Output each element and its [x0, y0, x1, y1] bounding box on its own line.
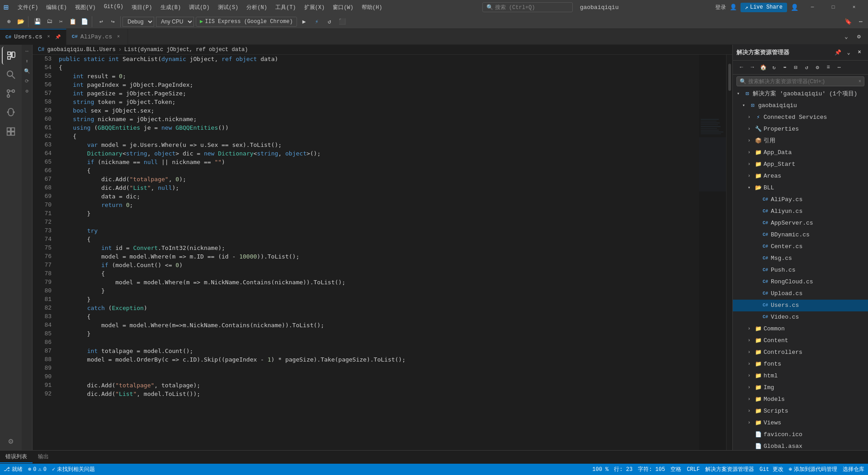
- undo-button[interactable]: ↩: [96, 16, 107, 27]
- folder-item[interactable]: › 📁 Img: [733, 382, 868, 394]
- status-spaces[interactable]: 空格: [670, 466, 681, 473]
- se-filter-button[interactable]: ≡: [823, 62, 833, 72]
- more-options-button[interactable]: ⋯: [855, 16, 866, 27]
- login-button[interactable]: 登录: [715, 4, 726, 11]
- tab-pin-icon[interactable]: 📌: [55, 34, 61, 40]
- tab-close-users[interactable]: ×: [45, 33, 52, 41]
- se-status-tab[interactable]: 解决方案资源管理器: [705, 466, 754, 473]
- status-branch[interactable]: ⎇ 就绪: [4, 466, 23, 473]
- status-zoom[interactable]: 100 %: [592, 466, 609, 473]
- app-start-item[interactable]: › 📁 App_Start: [733, 159, 868, 170]
- git-button[interactable]: [2, 85, 20, 103]
- git-changes-tab[interactable]: Git 更改: [760, 466, 783, 473]
- cpu-config-select[interactable]: Any CPU: [156, 17, 194, 27]
- folder-item[interactable]: › 📁 Common: [733, 323, 868, 335]
- se-home-button[interactable]: 🏠: [758, 62, 768, 72]
- menu-project[interactable]: 项目(P): [128, 2, 156, 13]
- bll-file-item[interactable]: C# Users.cs: [733, 300, 868, 311]
- se-pin-button[interactable]: 📌: [833, 47, 843, 57]
- folder-item[interactable]: › 📁 Models: [733, 394, 868, 405]
- search-button[interactable]: [2, 66, 20, 84]
- add-to-repo-button[interactable]: ⊕ 添加到源代码管理: [789, 466, 837, 473]
- breadcrumb-method[interactable]: List(dynamic jObject, ref object data): [124, 47, 248, 53]
- copy-button[interactable]: 📋: [67, 16, 78, 27]
- menu-window[interactable]: 窗口(W): [329, 2, 357, 13]
- new-project-button[interactable]: ⊕: [4, 16, 14, 27]
- restart-button[interactable]: ↺: [324, 16, 335, 27]
- se-refresh-button[interactable]: ↺: [802, 62, 811, 72]
- folder-item[interactable]: › 📁 Controllers: [733, 347, 868, 358]
- vt-btn-3[interactable]: 🔍: [23, 66, 32, 75]
- tab-users-cs[interactable]: C# Users.cs × 📌: [0, 29, 66, 45]
- project-root[interactable]: ▾ ⊡ gaobaiqiqiu: [733, 100, 868, 112]
- se-chevron-button[interactable]: ⌄: [844, 47, 854, 57]
- folder-item[interactable]: › 📁 fonts: [733, 358, 868, 370]
- save-button[interactable]: 💾: [32, 16, 43, 27]
- settings-button[interactable]: ⚙: [2, 432, 20, 450]
- se-close-button[interactable]: ×: [854, 47, 864, 57]
- menu-build[interactable]: 生成(B): [157, 2, 185, 13]
- bll-file-item[interactable]: C# Center.cs: [733, 241, 868, 253]
- bll-file-item[interactable]: C# Aliyun.cs: [733, 206, 868, 217]
- status-errors[interactable]: ⊗ 0 ⚠ 0: [28, 466, 47, 473]
- vt-btn-4[interactable]: ⟳: [23, 76, 32, 85]
- hot-reload-button[interactable]: ⚡: [311, 16, 322, 27]
- extensions-button[interactable]: [2, 122, 20, 141]
- bll-file-item[interactable]: C# Video.cs: [733, 311, 868, 323]
- file-item[interactable]: 📄 favicon.ico: [733, 429, 868, 441]
- bll-file-item[interactable]: C# Msg.cs: [733, 253, 868, 264]
- tab-settings-button[interactable]: ⚙: [854, 31, 864, 42]
- solution-root[interactable]: ▾ ⊡ 解决方案 'gaobaiqiqiu' (1个项目): [733, 88, 868, 100]
- tab-alipay-cs[interactable]: C# AliPay.cs ×: [66, 29, 128, 45]
- menu-test[interactable]: 测试(S): [214, 2, 242, 13]
- breadcrumb-part1[interactable]: gaobaiqiqiu.BLL.Users: [47, 47, 115, 53]
- bll-file-item[interactable]: C# RongCloud.cs: [733, 276, 868, 288]
- open-button[interactable]: 📂: [15, 16, 26, 27]
- collapse-tab-button[interactable]: ⌄: [841, 31, 852, 42]
- menu-file[interactable]: 文件(F): [14, 2, 42, 13]
- status-col[interactable]: 字符: 105: [638, 466, 665, 473]
- se-expand-button[interactable]: ⬌: [780, 62, 790, 72]
- maximize-button[interactable]: □: [823, 0, 844, 14]
- select-repo-button[interactable]: 选择仓库: [843, 466, 864, 473]
- se-search-input[interactable]: [748, 78, 857, 85]
- bll-file-item[interactable]: C# Push.cs: [733, 264, 868, 276]
- save-all-button[interactable]: 🗂: [44, 16, 55, 27]
- se-collapse-button[interactable]: ⊟: [791, 62, 801, 72]
- redo-button[interactable]: ↪: [108, 16, 118, 27]
- scrollbar-thumb[interactable]: [728, 64, 731, 91]
- folder-item[interactable]: › 📁 Content: [733, 335, 868, 347]
- se-back-button[interactable]: ←: [736, 62, 746, 72]
- menu-git[interactable]: Git(G): [100, 2, 127, 13]
- menu-debug[interactable]: 调试(D): [185, 2, 213, 13]
- file-item[interactable]: 📄 Global.asax: [733, 441, 868, 450]
- paste-button[interactable]: 📄: [79, 16, 90, 27]
- status-row[interactable]: 行: 23: [614, 466, 632, 473]
- status-encoding[interactable]: CRLF: [687, 466, 700, 473]
- connected-services-item[interactable]: › ⚡ Connected Services: [733, 112, 868, 123]
- code-editor[interactable]: public static int SearchList(dynamic jOb…: [55, 55, 699, 450]
- menu-help[interactable]: 帮助(H): [358, 2, 386, 13]
- explorer-button[interactable]: [2, 47, 20, 65]
- vt-btn-5[interactable]: ⚙: [23, 86, 32, 95]
- se-add-button[interactable]: ⚙: [812, 62, 822, 72]
- se-more-button[interactable]: ⋯: [834, 62, 844, 72]
- se-forward-button[interactable]: →: [747, 62, 757, 72]
- run-button[interactable]: ▶ IIS Express (Google Chrome): [196, 17, 297, 27]
- scrollbar[interactable]: [726, 55, 732, 450]
- bll-folder[interactable]: ▾ 📂 BLL: [733, 182, 868, 194]
- global-search[interactable]: 🔍 搜索 (Ctrl+Q): [482, 2, 573, 12]
- se-sync-button[interactable]: ↻: [769, 62, 779, 72]
- close-button[interactable]: ×: [844, 0, 864, 14]
- references-item[interactable]: › 📦 引用: [733, 135, 868, 147]
- bll-file-item[interactable]: C# AliPay.cs: [733, 194, 868, 206]
- status-no-issues[interactable]: ✓ 未找到相关问题: [52, 466, 95, 473]
- folder-item[interactable]: › 📁 Scripts: [733, 405, 868, 417]
- menu-edit[interactable]: 编辑(E): [42, 2, 71, 13]
- menu-extensions[interactable]: 扩展(X): [301, 2, 329, 13]
- menu-tools[interactable]: 工具(T): [272, 2, 300, 13]
- minimize-button[interactable]: ─: [802, 0, 823, 14]
- vt-btn-2[interactable]: ⬆: [23, 56, 32, 66]
- cut-button[interactable]: ✂: [56, 16, 66, 27]
- app-data-item[interactable]: › 📁 App_Data: [733, 147, 868, 159]
